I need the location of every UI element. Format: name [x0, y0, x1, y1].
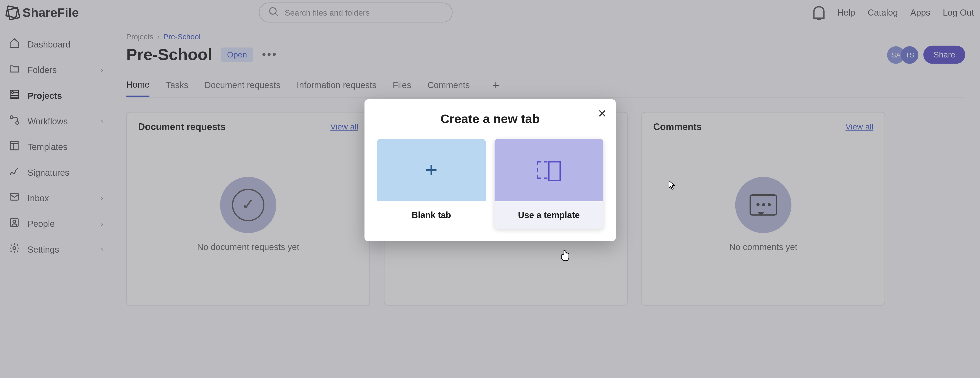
option-blank-tab[interactable]: + Blank tab [377, 139, 486, 229]
option-use-template[interactable]: Use a template [495, 139, 603, 229]
plus-icon: + [425, 158, 438, 182]
blank-tab-preview: + [377, 139, 486, 201]
close-icon[interactable]: ✕ [598, 107, 607, 121]
template-preview [495, 139, 603, 201]
template-icon [537, 161, 561, 179]
create-tab-modal: ✕ Create a new tab + Blank tab Use a tem… [364, 99, 616, 241]
modal-overlay[interactable]: ✕ Create a new tab + Blank tab Use a tem… [0, 0, 980, 378]
modal-title: Create a new tab [377, 112, 603, 126]
option-label: Blank tab [377, 201, 486, 229]
option-label: Use a template [495, 201, 603, 229]
